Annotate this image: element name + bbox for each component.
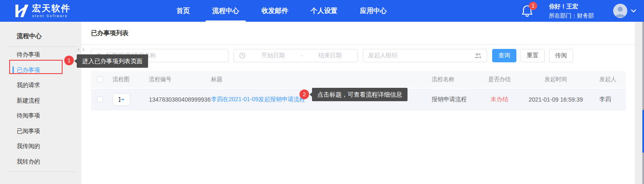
logo-subtitle: otent Software: [32, 14, 70, 18]
sidebar-item-circulated-by-me[interactable]: 我传阅的: [0, 138, 81, 154]
flow-diagram-button[interactable]: [113, 93, 130, 106]
sidebar-item-my-requests[interactable]: 我的请求: [0, 77, 81, 93]
nav-item-mail[interactable]: 收发邮件: [256, 0, 294, 22]
logo-h-icon: [14, 3, 29, 19]
circulate-button[interactable]: 传阅: [549, 49, 573, 62]
flow-chart-icon: [118, 97, 124, 102]
top-navbar: 宏天软件 otent Software 首页 流程中心 收发邮件 个人设置 应用…: [0, 0, 644, 22]
annotation-step2-tooltip: 点击标题，可查看流程详细信息: [312, 88, 408, 101]
logo-texts: 宏天软件 otent Software: [32, 4, 70, 18]
row-checkbox[interactable]: [97, 97, 103, 102]
col-header-title: 标题: [208, 76, 425, 83]
row-status: 未办结: [480, 96, 519, 103]
table-header-row: 流程图 流程编号 标题 流程名称 是否办结 发起时间 发起人: [91, 71, 626, 88]
filter-bar: 标题/编号/流程名称 开始日期 - 结束日期 发起人组织: [91, 49, 573, 62]
nav-item-home[interactable]: 首页: [171, 0, 196, 22]
annotation-step1-tooltip: 进入已办事项列表页面: [77, 54, 148, 68]
sidebar-collapse-icon[interactable]: ‹ ›: [78, 46, 85, 52]
nav-item-app-center[interactable]: 应用中心: [354, 0, 392, 22]
user-avatar[interactable]: [613, 4, 627, 18]
row-process-number: 1347830380408999936: [146, 96, 208, 103]
main-nav: 首页 流程中心 收发邮件 个人设置 应用中心: [165, 0, 398, 22]
col-header-starter: 发起人: [592, 76, 626, 83]
query-button[interactable]: 查询: [492, 49, 516, 62]
sidebar-item-read[interactable]: 已阅事项: [0, 123, 81, 139]
col-header-start-time: 发起时间: [519, 76, 592, 83]
sidebar: 流程中心 待办事项 已办事项 我的请求 新建流程 待阅事项 已阅事项 我传阅的 …: [0, 22, 81, 184]
nav-item-personal-settings[interactable]: 个人设置: [305, 0, 343, 22]
col-header-process-name: 流程名称: [425, 76, 480, 83]
row-starter: 李四: [592, 96, 626, 103]
scrollbar-thumb[interactable]: [642, 110, 644, 153]
sidebar-item-new-process[interactable]: 新建流程: [0, 93, 81, 108]
logo-title: 宏天软件: [32, 4, 70, 13]
avatar-person-icon: [613, 4, 627, 18]
page-title: 已办事项列表: [91, 29, 128, 37]
starter-org-placeholder: 发起人组织: [368, 52, 397, 59]
row-start-time: 2021-01-09 16:59:39: [519, 96, 592, 103]
row-process-name: 报销申请流程: [425, 96, 480, 103]
annotation-highlight-box: [9, 60, 63, 74]
brand-logo[interactable]: 宏天软件 otent Software: [14, 3, 70, 19]
clock-icon: [239, 52, 246, 59]
user-info: 你好！王宏 所在部门：财务部: [549, 3, 594, 19]
sidebar-item-to-read[interactable]: 待阅事项: [0, 108, 81, 123]
annotation-step1-badge: 1: [64, 56, 74, 65]
nav-item-process-center[interactable]: 流程中心: [206, 0, 245, 22]
user-greeting: 你好！王宏: [549, 3, 594, 9]
annotation-step2-badge: 2: [299, 89, 309, 99]
col-header-status: 是否办结: [480, 76, 519, 83]
sidebar-item-transferred-by-me[interactable]: 我转办的: [0, 154, 81, 169]
date-range-input[interactable]: 开始日期 - 结束日期: [234, 49, 358, 62]
reset-button[interactable]: 重置: [521, 49, 545, 62]
select-all-checkbox[interactable]: [97, 77, 103, 82]
users-icon[interactable]: [474, 52, 482, 59]
user-department: 所在部门：财务部: [549, 13, 594, 19]
end-date-placeholder[interactable]: 结束日期: [302, 52, 357, 59]
sidebar-bottom-divider: [8, 171, 77, 172]
app-screen: 宏天软件 otent Software 首页 流程中心 收发邮件 个人设置 应用…: [0, 0, 644, 184]
notification-count-badge: 1: [529, 2, 537, 10]
page-header: 已办事项列表: [81, 22, 635, 45]
col-header-diagram: 流程图: [109, 76, 146, 83]
sidebar-title: 流程中心: [0, 22, 81, 40]
main-content: 已办事项列表 标题/编号/流程名称 开始日期 - 结束日期 发起: [81, 22, 635, 184]
starter-org-input[interactable]: 发起人组织: [363, 49, 487, 62]
start-date-placeholder[interactable]: 开始日期: [246, 52, 301, 59]
col-header-number: 流程编号: [146, 76, 208, 83]
row-title-link[interactable]: 李四在2021-01-09发起报销申请流程: [211, 96, 305, 102]
chevron-down-icon[interactable]: [631, 8, 636, 14]
scrollbar-track[interactable]: [642, 22, 644, 184]
